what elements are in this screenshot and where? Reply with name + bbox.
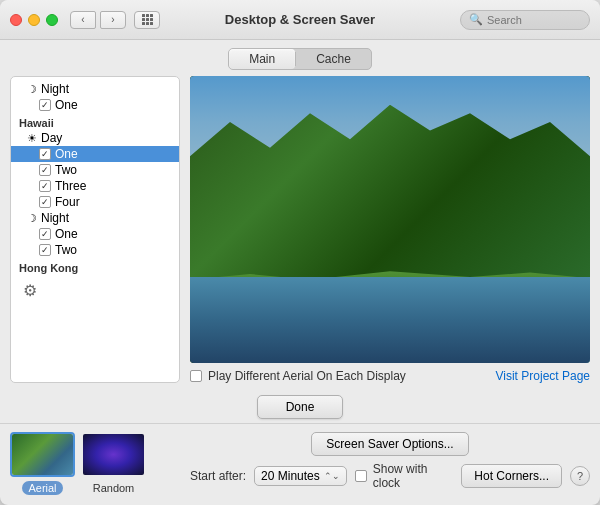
bottom-section: Aerial Random Screen Saver Options... St…: [0, 423, 600, 505]
screensaver-aerial[interactable]: Aerial: [10, 432, 75, 495]
play-different-checkbox[interactable]: [190, 370, 202, 382]
window-title: Desktop & Screen Saver: [225, 12, 375, 27]
start-after-label: Start after:: [190, 469, 246, 483]
main-content: ☽ Night One Hawaii ☀ Day One Two: [0, 76, 600, 389]
gear-button[interactable]: ⚙: [19, 279, 41, 301]
close-button[interactable]: [10, 14, 22, 26]
right-panel: Play Different Aerial On Each Display Vi…: [190, 76, 590, 383]
help-button[interactable]: ?: [570, 466, 590, 486]
right-bottom: Screen Saver Options... Start after: 20 …: [190, 432, 590, 495]
random-thumb-image: [83, 434, 144, 475]
play-different-label: Play Different Aerial On Each Display: [208, 369, 406, 383]
list-item[interactable]: Three: [11, 178, 179, 194]
tab-cache[interactable]: Cache: [296, 49, 371, 69]
maximize-button[interactable]: [46, 14, 58, 26]
search-input[interactable]: [487, 14, 581, 26]
gear-section: ⚙: [11, 275, 179, 305]
grid-view-button[interactable]: [134, 11, 160, 29]
tree-group-hawaii: Hawaii: [11, 113, 179, 130]
list-item[interactable]: ☽ Night: [11, 210, 179, 226]
visit-project-link[interactable]: Visit Project Page: [496, 369, 591, 383]
tab-main[interactable]: Main: [229, 49, 295, 69]
preview-image: [190, 76, 590, 363]
search-icon: 🔍: [469, 13, 483, 26]
aerial-label: Aerial: [22, 481, 62, 495]
list-item[interactable]: ☽ Night: [11, 81, 179, 97]
options-row: Play Different Aerial On Each Display Vi…: [190, 369, 590, 383]
list-item[interactable]: Two: [11, 242, 179, 258]
tab-bar: Main Cache: [0, 40, 600, 76]
screensaver-random[interactable]: Random: [81, 432, 146, 495]
tree-group-hongkong: Hong Kong: [11, 258, 179, 275]
list-item[interactable]: One: [11, 226, 179, 242]
checkbox[interactable]: [39, 148, 51, 160]
list-item[interactable]: ☀ Day: [11, 130, 179, 146]
screensavers-list: Aerial Random: [10, 432, 180, 495]
day-icon: ☀: [27, 132, 37, 145]
grid-icon: [142, 14, 153, 25]
night-icon: ☽: [27, 212, 37, 225]
show-clock-label: Show with clock: [373, 462, 454, 490]
main-window: ‹ › Desktop & Screen Saver 🔍 Main Cache: [0, 0, 600, 505]
tab-group: Main Cache: [228, 48, 372, 70]
start-after-value: 20 Minutes: [261, 469, 320, 483]
checkbox[interactable]: [39, 196, 51, 208]
checkbox[interactable]: [39, 180, 51, 192]
start-after-dropdown[interactable]: 20 Minutes ⌃⌄: [254, 466, 347, 486]
show-clock-checkbox[interactable]: [355, 470, 367, 482]
checkbox[interactable]: [39, 99, 51, 111]
ocean-layer: [190, 277, 590, 363]
left-panel[interactable]: ☽ Night One Hawaii ☀ Day One Two: [10, 76, 180, 383]
back-button[interactable]: ‹: [70, 11, 96, 29]
preview-area: [190, 76, 590, 363]
traffic-lights: [10, 14, 58, 26]
aerial-thumb[interactable]: [10, 432, 75, 477]
random-label: Random: [87, 481, 141, 495]
random-thumb[interactable]: [81, 432, 146, 477]
checkbox[interactable]: [39, 228, 51, 240]
list-item[interactable]: One: [11, 146, 179, 162]
titlebar: ‹ › Desktop & Screen Saver 🔍: [0, 0, 600, 40]
nav-buttons: ‹ ›: [70, 11, 126, 29]
list-item[interactable]: One: [11, 97, 179, 113]
forward-button[interactable]: ›: [100, 11, 126, 29]
show-clock-row: Show with clock: [355, 462, 454, 490]
dropdown-arrow-icon: ⌃⌄: [324, 471, 340, 481]
list-item[interactable]: Two: [11, 162, 179, 178]
forward-icon: ›: [111, 14, 114, 25]
hot-corners-button[interactable]: Hot Corners...: [461, 464, 562, 488]
checkbox[interactable]: [39, 164, 51, 176]
bottom-row: Start after: 20 Minutes ⌃⌄ Show with clo…: [190, 462, 590, 490]
done-row: Done: [0, 389, 600, 423]
minimize-button[interactable]: [28, 14, 40, 26]
checkbox[interactable]: [39, 244, 51, 256]
screen-saver-options-button[interactable]: Screen Saver Options...: [311, 432, 468, 456]
aerial-thumb-image: [12, 434, 73, 475]
list-item[interactable]: Four: [11, 194, 179, 210]
night-icon: ☽: [27, 83, 37, 96]
search-box[interactable]: 🔍: [460, 10, 590, 30]
back-icon: ‹: [81, 14, 84, 25]
done-button[interactable]: Done: [257, 395, 344, 419]
